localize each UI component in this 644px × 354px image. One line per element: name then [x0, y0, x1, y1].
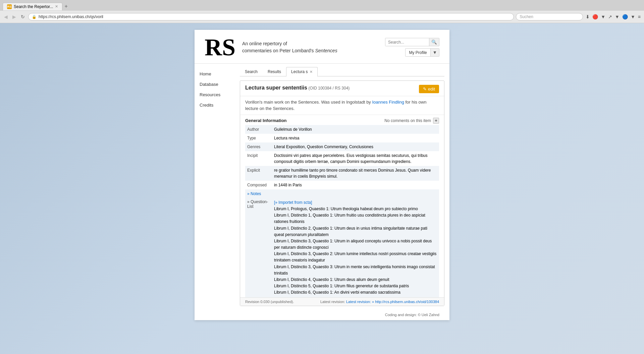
address-bar-row: ◀ ▶ ↻ 🔒 https://rcs.philsem.unibas.ch/qs… [0, 11, 644, 23]
lock-icon: 🔒 [32, 15, 37, 19]
search-button[interactable]: 🔍 [429, 38, 439, 46]
question-item: Librum I, Distinctio 4, Quaestio 1: Utru… [274, 277, 437, 283]
question-item: Librum I, Distinctio 5, Quaestio 1: Utru… [274, 283, 437, 289]
question-item: Librum I, Distinctio 3, Quaestio 2: Utru… [274, 251, 437, 263]
item-footer: Revision 0.030 (unpublished). Latest rev… [240, 297, 444, 306]
tab-bar: RS Search the Repertor... ✕ + [0, 0, 644, 11]
field-value: in 1448 in Paris [272, 181, 439, 189]
latest-revision-link[interactable]: Latest revision: » http://rcs.philsem.un… [346, 300, 439, 304]
menu-icon[interactable]: ≡ [637, 13, 641, 20]
field-label: Explicit [245, 166, 272, 181]
question-list-items: [» Importet from scta] Librum I, Prologu… [272, 198, 439, 297]
tab-lectura[interactable]: Lectura s ✕ [286, 67, 318, 76]
search-input[interactable] [385, 39, 429, 46]
question-item: Librum I, Prologus, Quaestio 1: Utrum th… [274, 206, 437, 212]
extension-dropdown-2[interactable]: ▼ [614, 13, 620, 20]
sidebar-item-resources[interactable]: Resources [195, 90, 235, 100]
extension-icon-2[interactable]: ↗ [607, 13, 613, 20]
item-panel: Lectura super sententiis (OID 100384 / R… [240, 80, 444, 306]
info-section-header: General Information No comments on this … [245, 115, 439, 125]
tab-title: Search the Repertor... [14, 4, 53, 9]
item-oid: (OID 100384 / RS 304) [309, 86, 350, 91]
question-list-row: » Question-List [» Importet from scta] L… [245, 198, 439, 297]
table-row: Author Guilelmus de Vorillon [245, 125, 439, 134]
add-comment-button[interactable]: + [433, 118, 439, 124]
coding-credit: Coding and design: © Ueli Zahnd [385, 313, 439, 317]
table-row: Type Lectura revisa [245, 134, 439, 142]
question-item: Librum I, Distinctio 1, Quaestio 1: Utru… [274, 212, 437, 225]
page-wrapper: RS An online repertory of commentaries o… [0, 23, 644, 330]
header-controls: 🔍 My Profile ▼ [385, 38, 439, 57]
extension-icon-3[interactable]: 🔵 [622, 13, 629, 20]
revision-text: Revision 0.030 (unpublished). [245, 300, 294, 304]
field-label[interactable]: » Notes [245, 189, 272, 198]
edit-button[interactable]: ✎ edit [419, 85, 439, 93]
sidebar-item-credits[interactable]: Credits [195, 100, 235, 110]
item-description: Vorillon's main work on the Sentences. W… [240, 96, 444, 115]
content-area: Search Results Lectura s ✕ Lectura super… [235, 64, 449, 309]
profile-area: My Profile ▼ [405, 48, 439, 57]
forward-button[interactable]: ▶ [11, 13, 17, 20]
tagline-line1: An online repertory of [242, 40, 337, 47]
field-label: Genres [245, 142, 272, 151]
site-header: RS An online repertory of commentaries o… [195, 30, 449, 64]
field-value [272, 189, 439, 198]
tab-close-icon[interactable]: ✕ [55, 4, 58, 9]
question-item: Librum I, Distinctio 2, Quaestio 1: Utru… [274, 225, 437, 238]
logo-area: RS An online repertory of commentaries o… [205, 37, 337, 58]
latest-revision: Latest revision: Latest revision: » http… [320, 300, 439, 304]
refresh-button[interactable]: ↻ [19, 13, 26, 20]
field-label: Author [245, 125, 272, 134]
browser-chrome: RS Search the Repertor... ✕ + ◀ ▶ ↻ 🔒 ht… [0, 0, 644, 23]
import-link[interactable]: [» Importet from scta] [274, 199, 437, 206]
table-row: Incipit Doctissimi viri patres atque per… [245, 151, 439, 166]
question-item: Librum I, Distinctio 3, Quaestio 3: Utru… [274, 264, 437, 277]
info-section: General Information No comments on this … [240, 115, 444, 297]
description-link[interactable]: Ioannes Findling [372, 100, 404, 105]
comments-badge: No comments on this item + [384, 118, 439, 124]
info-table: Author Guilelmus de Vorillon Type Lectur… [245, 125, 439, 198]
site-logo: RS [205, 37, 235, 58]
new-tab-button[interactable]: + [64, 3, 67, 9]
page-footer: Coding and design: © Ueli Zahnd [195, 309, 449, 320]
extension-icon-1[interactable]: 🔴 [592, 13, 599, 20]
main-layout: Home Database Resources Credits Search R… [195, 64, 449, 309]
page-container: RS An online repertory of commentaries o… [195, 30, 449, 320]
table-row: » Notes [245, 189, 439, 198]
browser-tab[interactable]: RS Search the Repertor... ✕ [3, 3, 62, 10]
profile-dropdown-button[interactable]: ▼ [430, 49, 439, 56]
field-value: Literal Exposition, Question Commentary,… [272, 142, 439, 151]
table-row: Explicit re gratior humillime tanto pro … [245, 166, 439, 181]
profile-button[interactable]: My Profile [406, 49, 430, 56]
browser-search-bar[interactable]: Suchen [516, 13, 583, 20]
question-list-label[interactable]: » Question-List [245, 198, 272, 297]
tab-lectura-close-icon[interactable]: ✕ [310, 70, 313, 74]
extension-dropdown-3[interactable]: ▼ [630, 13, 636, 20]
field-label: Incipit [245, 151, 272, 166]
search-box[interactable]: 🔍 [385, 38, 439, 46]
table-row: Composed in 1448 in Paris [245, 181, 439, 189]
url-text: https://rcs.philsem.unibas.ch/qs/voril [39, 14, 103, 19]
tab-results[interactable]: Results [263, 67, 286, 76]
table-row: Genres Literal Exposition, Question Comm… [245, 142, 439, 151]
field-value: Lectura revisa [272, 134, 439, 142]
extension-dropdown-1[interactable]: ▼ [600, 13, 606, 20]
site-tagline: An online repertory of commentaries on P… [242, 40, 337, 54]
field-value: Doctissimi viri patres atque percelebres… [272, 151, 439, 166]
sidebar-item-home[interactable]: Home [195, 69, 235, 79]
field-value: Guilelmus de Vorillon [272, 125, 439, 134]
tagline-line2: commentaries on Peter Lombard's Sentence… [242, 47, 337, 54]
sidebar-item-database[interactable]: Database [195, 79, 235, 90]
tab-favicon: RS [7, 4, 12, 9]
tab-search[interactable]: Search [240, 67, 263, 76]
item-title: Lectura super sententiis [245, 85, 307, 91]
field-label: Composed [245, 181, 272, 189]
item-title-area: Lectura super sententiis (OID 100384 / R… [245, 85, 350, 91]
back-button[interactable]: ◀ [3, 13, 9, 20]
address-bar[interactable]: 🔒 https://rcs.philsem.unibas.ch/qs/voril [28, 13, 514, 20]
download-icon[interactable]: ⬇ [585, 13, 590, 20]
toolbar-icons: ⬇ 🔴 ▼ ↗ ▼ 🔵 ▼ ≡ [585, 13, 641, 20]
no-comments-text: No comments on this item [384, 118, 431, 123]
question-item: Librum I, Distinctio 6, Quaestio 1: An d… [274, 289, 437, 296]
field-value: re gratior humillime tanto pro timore co… [272, 166, 439, 181]
